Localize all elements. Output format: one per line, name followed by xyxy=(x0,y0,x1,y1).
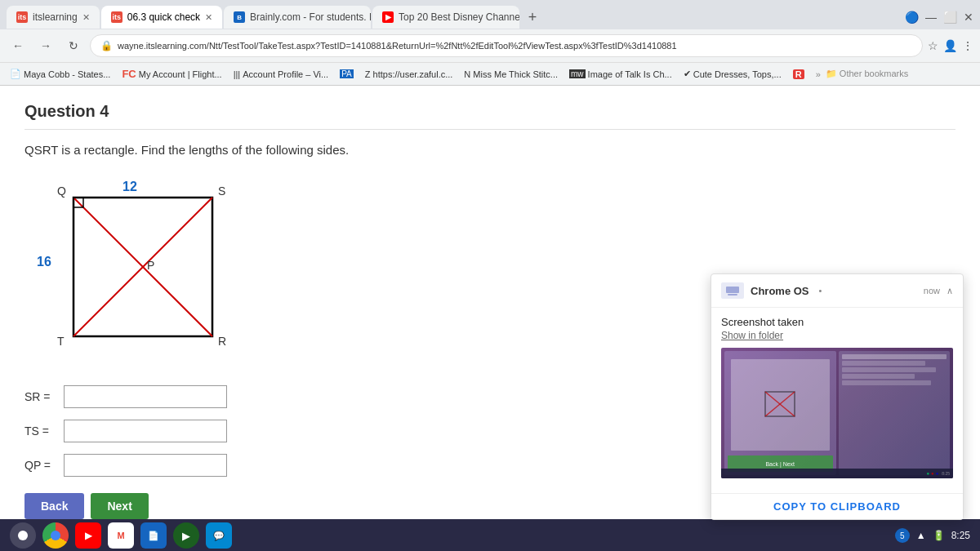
browser-chrome: its itslearning ✕ its 06.3 quick check ✕… xyxy=(0,0,980,86)
taskbar-files-icon[interactable]: 📄 xyxy=(140,522,167,549)
tab-favicon-its2: its xyxy=(111,11,122,23)
bookmark-icon-maya: 📄 xyxy=(10,69,21,79)
address-bar: ← → ↻ 🔒 wayne.itslearning.com/Ntt/TestTo… xyxy=(0,29,980,62)
back-nav-button[interactable]: ← xyxy=(7,34,29,57)
notif-preview-image: Back | Next ● xyxy=(721,348,953,478)
tab-bar: its itslearning ✕ its 06.3 quick check ✕… xyxy=(0,0,980,29)
back-button[interactable]: Back xyxy=(24,493,84,519)
bookmark-profile[interactable]: ||| Account Profile – Vi... xyxy=(230,68,332,81)
bookmark-label-cute: Cute Dresses, Tops,... xyxy=(693,69,782,79)
tab-quick-check[interactable]: its 06.3 quick check ✕ xyxy=(101,6,222,29)
url-input[interactable]: 🔒 wayne.itslearning.com/Ntt/TestTool/Tak… xyxy=(90,34,923,57)
bookmark-cute[interactable]: ✔ Cute Dresses, Tops,... xyxy=(680,67,785,81)
tab-label-1: itslearning xyxy=(33,11,78,23)
input-sr[interactable] xyxy=(64,385,227,408)
bookmark-icon-profile: ||| xyxy=(234,69,241,79)
bookmark-icon-account: FC xyxy=(122,68,136,80)
label-sr: SR = xyxy=(24,390,57,403)
wifi-icon: ▲ xyxy=(916,530,926,541)
new-tab-button[interactable]: + xyxy=(521,6,544,29)
rectangle-diagram xyxy=(49,173,229,361)
notification-count-badge: 5 xyxy=(895,528,910,543)
bookmark-label-missme: Miss Me Thick Stitc... xyxy=(473,69,558,79)
notif-body: Screenshot taken Show in folder xyxy=(711,308,963,493)
more-bookmarks-label[interactable]: » xyxy=(816,69,821,79)
label-ts: TS = xyxy=(24,424,57,438)
bookmark-label-maya: Maya Cobb - States... xyxy=(24,69,110,79)
bookmark-zaful[interactable]: Z https://user.zaful.c... xyxy=(362,68,457,81)
maximize-icon[interactable]: — xyxy=(925,11,937,24)
refresh-button[interactable]: ↻ xyxy=(62,34,85,57)
tab-label-3: Brainly.com - For students. By st xyxy=(250,11,371,23)
notif-dot: • xyxy=(819,286,822,295)
notif-preview-panel-right xyxy=(839,351,951,475)
bookmark-account[interactable]: FC My Account | Flight... xyxy=(118,66,225,82)
window-controls: 🔵 — ⬜ ✕ xyxy=(905,11,973,24)
battery-icon: 🔋 xyxy=(933,530,945,541)
bookmark-icon-missme: N xyxy=(464,69,470,79)
notif-preview-inner: Back | Next xyxy=(724,351,950,475)
notif-screenshot-title: Screenshot taken xyxy=(721,316,953,328)
minimize-icon[interactable]: 🔵 xyxy=(905,11,919,24)
copy-to-clipboard-button[interactable]: COPY TO CLIPBOARD xyxy=(711,493,963,519)
notif-header: Chrome OS • now ∧ xyxy=(711,274,963,308)
tab-close-2[interactable]: ✕ xyxy=(205,12,212,23)
restore-icon[interactable]: ⬜ xyxy=(943,11,957,24)
bookmark-label-account: My Account | Flight... xyxy=(139,69,222,79)
label-top-measure: 12 xyxy=(122,180,137,194)
taskbar-circle-icon[interactable] xyxy=(10,522,36,549)
tab-close-1[interactable]: ✕ xyxy=(82,12,90,23)
bookmark-icon-pa: PA xyxy=(340,69,354,78)
notif-app-icon xyxy=(721,282,744,299)
taskbar-chat-icon[interactable]: 💬 xyxy=(206,522,232,549)
tab-itslearning[interactable]: its itslearning ✕ xyxy=(7,6,100,29)
question-text: QSRT is a rectangle. Find the lengths of… xyxy=(24,143,956,157)
clock: 8:25 xyxy=(951,530,970,541)
bookmark-image[interactable]: mw Image of Talk Is Ch... xyxy=(566,68,675,81)
forward-nav-button[interactable]: → xyxy=(34,34,57,57)
bookmark-r[interactable]: R xyxy=(790,68,808,81)
taskbar-gmail-icon[interactable]: M xyxy=(108,522,134,549)
bookmark-label-image: Image of Talk Is Ch... xyxy=(588,69,672,79)
bookmark-maya[interactable]: 📄 Maya Cobb - States... xyxy=(7,67,114,81)
taskbar-youtube-icon[interactable]: ▶ xyxy=(75,522,101,549)
label-T: T xyxy=(57,335,65,348)
tab-brainly[interactable]: B Brainly.com - For students. By st ✕ xyxy=(224,6,371,29)
label-S: S xyxy=(218,184,225,198)
bookmark-label-zaful: https://user.zaful.c... xyxy=(373,69,453,79)
bookmark-pa[interactable]: PA xyxy=(336,68,357,80)
label-left-measure: 16 xyxy=(37,255,51,269)
profile-icon[interactable]: 👤 xyxy=(943,39,957,52)
notif-app-title: Chrome OS xyxy=(751,285,809,297)
other-bookmarks-label[interactable]: 📁 Other bookmarks xyxy=(826,69,908,79)
input-ts[interactable] xyxy=(64,420,227,442)
tab-disney[interactable]: ▶ Top 20 Best Disney Channel Mo ✕ xyxy=(372,6,519,29)
input-qp[interactable] xyxy=(64,454,227,477)
taskbar-chrome-icon[interactable] xyxy=(42,522,69,549)
label-R: R xyxy=(218,335,226,348)
label-P: P xyxy=(147,259,154,272)
notification-popup: Chrome OS • now ∧ Screenshot taken Show … xyxy=(710,273,964,520)
taskbar-right: 5 ▲ 🔋 8:25 xyxy=(895,528,970,543)
question-header: Question 4 xyxy=(24,102,956,130)
label-qp: QP = xyxy=(24,459,57,472)
diagram-container: Q S T R P 12 16 xyxy=(49,173,261,369)
next-button[interactable]: Next xyxy=(91,493,148,519)
bookmark-missme[interactable]: N Miss Me Thick Stitc... xyxy=(461,68,561,81)
bookmark-star-icon[interactable]: ☆ xyxy=(928,39,938,52)
bookmark-icon-image: mw xyxy=(569,69,586,78)
url-text: wayne.itslearning.com/Ntt/TestTool/TakeT… xyxy=(118,41,677,51)
menu-icon[interactable]: ⋮ xyxy=(962,39,973,52)
close-window-icon[interactable]: ✕ xyxy=(964,11,973,24)
tab-favicon-its: its xyxy=(16,11,28,23)
toolbar-icons: ☆ 👤 ⋮ xyxy=(928,39,973,52)
notif-show-folder-link[interactable]: Show in folder xyxy=(721,330,953,341)
taskbar-play-icon[interactable]: ▶ xyxy=(173,522,199,549)
tab-favicon-brainly: B xyxy=(234,11,245,23)
bookmark-icon-zaful: Z xyxy=(365,69,371,79)
bookmark-icon-cute: ✔ xyxy=(684,69,691,79)
label-Q: Q xyxy=(57,184,66,198)
notif-time: now xyxy=(924,286,940,295)
bookmark-icon-r: R xyxy=(793,69,804,79)
notif-chevron-icon[interactable]: ∧ xyxy=(947,286,953,296)
